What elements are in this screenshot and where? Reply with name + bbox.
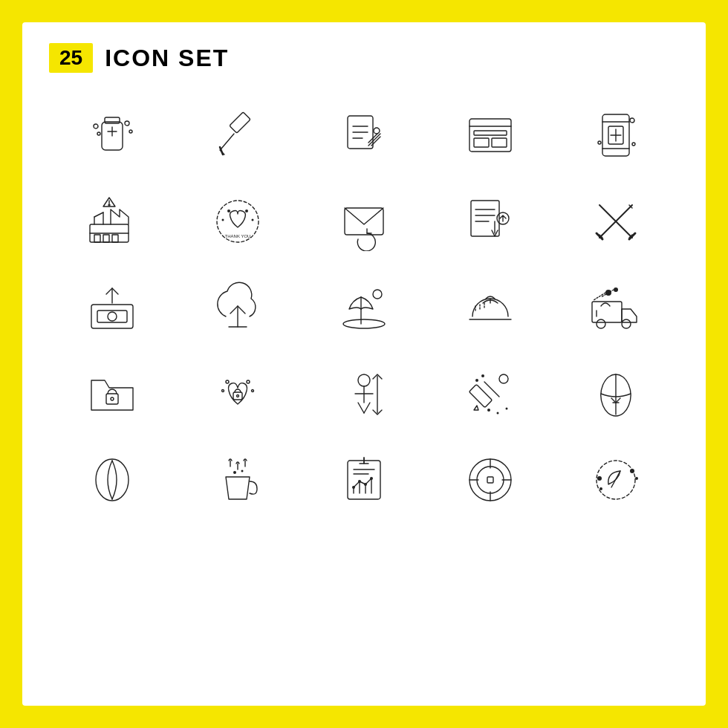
svg-point-46 <box>227 209 230 212</box>
svg-point-7 <box>94 124 98 129</box>
icon-factory-warning <box>49 178 175 264</box>
svg-point-134 <box>599 487 602 490</box>
svg-point-32 <box>598 141 601 144</box>
icon-person-height <box>301 351 427 437</box>
icon-web-layout <box>427 92 553 178</box>
icon-thank-you: THANK YOU <box>175 178 302 264</box>
svg-point-106 <box>96 459 129 501</box>
svg-line-81 <box>594 293 605 300</box>
svg-point-49 <box>252 219 254 221</box>
icon-mail-refresh <box>301 178 427 264</box>
svg-point-100 <box>475 379 478 382</box>
icon-swords-crossed <box>553 178 679 264</box>
icon-task-chess <box>427 178 553 264</box>
svg-rect-83 <box>106 394 118 404</box>
svg-rect-112 <box>348 461 380 499</box>
svg-point-120 <box>370 477 373 480</box>
svg-point-87 <box>226 380 229 383</box>
svg-point-47 <box>245 209 248 212</box>
svg-rect-129 <box>487 477 493 483</box>
svg-point-133 <box>635 477 638 480</box>
svg-line-94 <box>358 403 364 413</box>
svg-point-5 <box>129 130 132 133</box>
icon-cash-payment <box>49 264 175 351</box>
icon-medicine-bottle <box>49 92 175 178</box>
svg-line-18 <box>368 134 380 146</box>
svg-rect-23 <box>474 138 489 147</box>
svg-line-41 <box>94 212 103 217</box>
svg-point-101 <box>481 374 484 377</box>
svg-point-117 <box>352 486 355 489</box>
svg-point-90 <box>252 390 254 392</box>
icon-easter-egg <box>553 351 679 437</box>
svg-point-70 <box>373 290 382 299</box>
icon-hammer <box>175 92 302 178</box>
svg-point-19 <box>374 128 380 134</box>
svg-rect-85 <box>233 392 242 400</box>
svg-point-103 <box>496 412 498 415</box>
svg-point-80 <box>614 287 618 292</box>
icon-mobile-ar <box>553 92 679 178</box>
svg-point-104 <box>505 408 507 410</box>
svg-point-68 <box>343 319 385 328</box>
svg-point-48 <box>222 219 224 221</box>
svg-rect-50 <box>345 208 383 235</box>
icon-secure-folder <box>49 351 175 437</box>
svg-point-84 <box>111 397 114 400</box>
icon-document-sign <box>301 92 427 178</box>
svg-point-118 <box>358 480 361 483</box>
icon-delivery-truck <box>553 264 679 351</box>
icon-cloud-upload <box>175 264 302 351</box>
svg-point-33 <box>632 143 635 146</box>
icon-pencil-edit <box>427 351 553 437</box>
svg-point-43 <box>108 204 110 206</box>
icon-count: 25 <box>49 43 93 73</box>
svg-point-78 <box>622 319 631 328</box>
svg-rect-97 <box>469 384 492 407</box>
svg-point-4 <box>125 121 129 126</box>
svg-point-132 <box>630 469 634 473</box>
icons-grid: THANK YOU <box>22 85 706 538</box>
svg-point-31 <box>630 118 634 123</box>
svg-point-124 <box>477 467 504 493</box>
svg-rect-22 <box>474 131 507 135</box>
svg-point-89 <box>222 390 224 392</box>
svg-point-110 <box>233 471 236 474</box>
svg-point-86 <box>237 395 239 397</box>
svg-point-111 <box>241 470 244 472</box>
icon-beach <box>301 264 427 351</box>
svg-rect-1 <box>105 117 120 123</box>
svg-point-64 <box>108 312 117 321</box>
icon-heart-lock <box>175 351 302 437</box>
svg-point-91 <box>358 374 370 386</box>
svg-rect-37 <box>103 235 109 242</box>
icon-chart-document <box>301 437 427 523</box>
icon-eco-circle <box>553 437 679 523</box>
svg-line-9 <box>221 134 234 149</box>
svg-point-6 <box>97 132 100 135</box>
svg-point-99 <box>499 374 508 383</box>
svg-point-77 <box>597 319 605 328</box>
page-title: ICON SET <box>105 45 229 72</box>
svg-rect-24 <box>492 138 507 147</box>
svg-text:THANK YOU: THANK YOU <box>225 234 251 238</box>
svg-point-119 <box>364 483 367 486</box>
icon-food-cloche <box>427 264 553 351</box>
svg-line-95 <box>364 403 370 413</box>
icon-coffee-cup <box>175 437 302 523</box>
svg-point-135 <box>597 476 602 481</box>
svg-rect-8 <box>230 112 250 133</box>
svg-point-102 <box>487 409 490 412</box>
svg-point-88 <box>247 380 250 383</box>
svg-rect-38 <box>112 235 118 242</box>
page-header: 25 ICON SET <box>22 22 706 85</box>
icon-coffee-bean <box>49 437 175 523</box>
icon-target-circle <box>427 437 553 523</box>
svg-rect-36 <box>94 235 100 242</box>
